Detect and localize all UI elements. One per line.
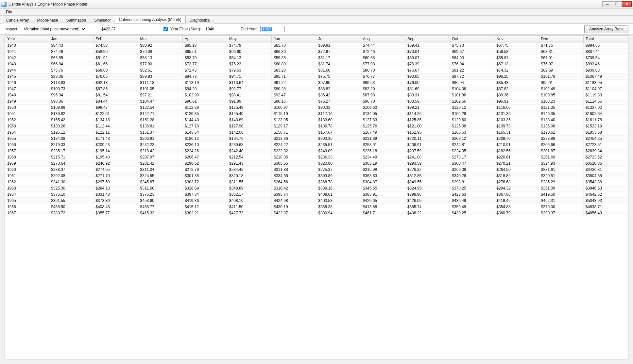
table-row[interactable]: 1943$66.84$61.66$77.90$73.77$76.23$80.80… (5, 61, 628, 67)
col-sep[interactable]: Sep (405, 36, 450, 42)
cell: $207.59 (405, 148, 450, 154)
table-row[interactable]: 1959$273.64$246.92$281.42$298.62$291.43$… (5, 160, 628, 167)
cell: $76.67 (405, 67, 450, 74)
cell: $82.69 (539, 67, 583, 74)
table-row[interactable]: 1950$109.88$98.47$122.54$112.29$125.48$1… (5, 105, 628, 111)
cell: $63.55 (49, 55, 94, 61)
inspect-select[interactable]: Vibration (total price movement) (21, 26, 86, 32)
cell: $95.91 (539, 80, 583, 86)
table-row[interactable]: 1966$455.50$408.45$468.77$415.12$411.50$… (5, 204, 628, 210)
cell: $171.48 (94, 136, 138, 142)
cell: $167.49 (361, 129, 405, 136)
table-row[interactable]: 1944$75.76$68.80$82.61$72.43$79.63$83.20… (5, 67, 628, 74)
table-row[interactable]: 1955$184.08$171.48$206.91$186.12$194.76$… (5, 136, 628, 142)
cell: $94.71 (227, 74, 272, 80)
cell: 1962 (5, 179, 49, 185)
cell: $129.17 (272, 123, 316, 129)
cell: $96.94 (450, 80, 494, 86)
col-jan[interactable]: Jan (49, 36, 94, 42)
menu-file[interactable]: File (3, 9, 15, 15)
cell: $131.36 (494, 111, 539, 117)
table-row[interactable]: 1956$219.33$209.23$232.23$236.10$239.68$… (5, 142, 628, 148)
cell: $1114.66 (583, 98, 628, 105)
cell: 1941 (5, 49, 49, 55)
tab-diagnostics[interactable]: Diagnostics (185, 17, 214, 24)
table-row[interactable]: 1965$391.55$373.86$453.60$419.36$408.10$… (5, 198, 628, 204)
table-row[interactable]: 1958$215.71$195.43$207.97$206.47$212.54$… (5, 154, 628, 160)
col-total[interactable]: Total (583, 36, 628, 42)
cell: $235.51 (316, 142, 361, 148)
cell: $72.97 (316, 49, 361, 55)
table-row[interactable]: 1953$133.26$112.44$138.81$127.18$127.90$… (5, 123, 628, 129)
col-dec[interactable]: Dec (539, 36, 583, 42)
table-row[interactable]: 1962$341.30$297.59$345.67$303.72$311.55$… (5, 179, 628, 185)
cell: $218.42 (138, 148, 182, 154)
cell: $112.44 (94, 123, 138, 129)
tab-candle-array[interactable]: Candle Array (2, 17, 33, 24)
start-year-input[interactable] (204, 26, 228, 32)
tab-calendrical-timing-analysis-month-[interactable]: Calendrical Timing Analysis (Month) (115, 16, 186, 23)
data-table: YearJanFebMarAprMayJunJulAugSepOctNovDec… (5, 35, 628, 216)
cell: $220.61 (494, 154, 539, 160)
table-row[interactable]: 1960$288.37$274.95$311.04$272.79$284.42$… (5, 167, 628, 173)
table-row[interactable]: 1954$126.12$122.11$151.37$143.64$142.06$… (5, 129, 628, 136)
table-row[interactable]: 1946$113.83$92.13$111.18$113.19$113.64$9… (5, 80, 628, 86)
table-row[interactable]: 1957$235.17$195.14$218.42$224.26$242.40$… (5, 148, 628, 154)
table-row[interactable]: 1952$155.42$134.18$151.28$144.40$143.89$… (5, 117, 628, 123)
tab-moonphase[interactable]: MoonPhase (33, 17, 62, 24)
table-row[interactable]: 1940$84.43$74.53$80.92$85.18$74.79$65.70… (5, 42, 628, 49)
col-oct[interactable]: Oct (450, 36, 494, 42)
cell: $138.40 (539, 117, 583, 123)
maximize-button[interactable]: ❐ (612, 1, 622, 7)
col-apr[interactable]: Apr (182, 36, 227, 42)
table-row[interactable]: 1949$98.86$84.44$104.47$96.61$91.89$80.1… (5, 98, 628, 105)
tab-summation[interactable]: Summation (62, 17, 90, 24)
cell: $111.18 (138, 80, 182, 86)
window-buttons: — ❐ ✕ (602, 1, 632, 7)
close-button[interactable]: ✕ (622, 1, 632, 7)
cell: $92.47 (272, 92, 316, 98)
cell: $380.79 (494, 210, 539, 216)
cell: $311.55 (227, 179, 272, 185)
cell: $354.88 (494, 204, 539, 210)
table-row[interactable]: 1948$96.94$81.54$97.21$102.99$98.41$92.4… (5, 92, 628, 98)
table-row[interactable]: 1951$139.82$122.61$142.71$139.35$145.49$… (5, 111, 628, 117)
col-year[interactable]: Year (5, 36, 49, 42)
cell: $2723.52 (583, 154, 628, 160)
table-row[interactable]: 1945$88.06$76.05$89.93$84.73$94.71$95.71… (5, 74, 628, 80)
cell: $94.20 (182, 86, 227, 92)
window-title: Candle Analysis Engine / Moon Phase Plot… (9, 2, 602, 7)
minimize-button[interactable]: — (602, 1, 612, 7)
cell: $70.08 (138, 49, 182, 55)
cell: $63.31 (539, 49, 583, 55)
cell: 1952 (5, 117, 49, 123)
cell: $165.53 (450, 129, 494, 136)
cell: $72.43 (182, 67, 227, 74)
col-nov[interactable]: Nov (494, 36, 539, 42)
end-year-input[interactable] (260, 26, 285, 32)
col-feb[interactable]: Feb (94, 36, 138, 42)
table-row[interactable]: 1963$325.30$284.13$311.68$326.69$348.89$… (5, 185, 628, 191)
cell: $125.85 (405, 117, 450, 123)
cell: $146.35 (539, 111, 583, 117)
cell: $395.74 (272, 191, 316, 198)
col-jun[interactable]: Jun (272, 36, 316, 42)
cell: $324.55 (138, 173, 182, 179)
col-mar[interactable]: Mar (138, 36, 182, 42)
table-row[interactable]: 1942$63.55$51.92$58.13$53.79$54.13$59.35… (5, 55, 628, 61)
col-may[interactable]: May (227, 36, 272, 42)
cell: $134.05 (361, 111, 405, 117)
table-row[interactable]: 1941$74.46$58.90$70.08$65.51$66.60$66.86… (5, 49, 628, 55)
col-aug[interactable]: Aug (361, 36, 405, 42)
table-row[interactable]: 1964$376.10$331.48$375.23$397.34$362.17$… (5, 191, 628, 198)
cell: $101.86 (450, 92, 494, 98)
table-row[interactable]: 1947$100.73$87.86$101.05$94.20$92.77$80.… (5, 86, 628, 92)
cell: $151.37 (138, 129, 182, 136)
analyze-button[interactable]: Analyze Array Bank (584, 25, 628, 33)
year-filter-checkbox[interactable] (163, 27, 168, 31)
col-jul[interactable]: Jul (316, 36, 361, 42)
cell: $236.33 (316, 154, 361, 160)
table-row[interactable]: 1961$292.08$271.70$324.55$301.35$320.18$… (5, 173, 628, 179)
table-row[interactable]: 1967$383.72$355.77$415.33$382.21$427.73$… (5, 210, 628, 216)
tab-simulator[interactable]: Simulator (90, 17, 115, 24)
